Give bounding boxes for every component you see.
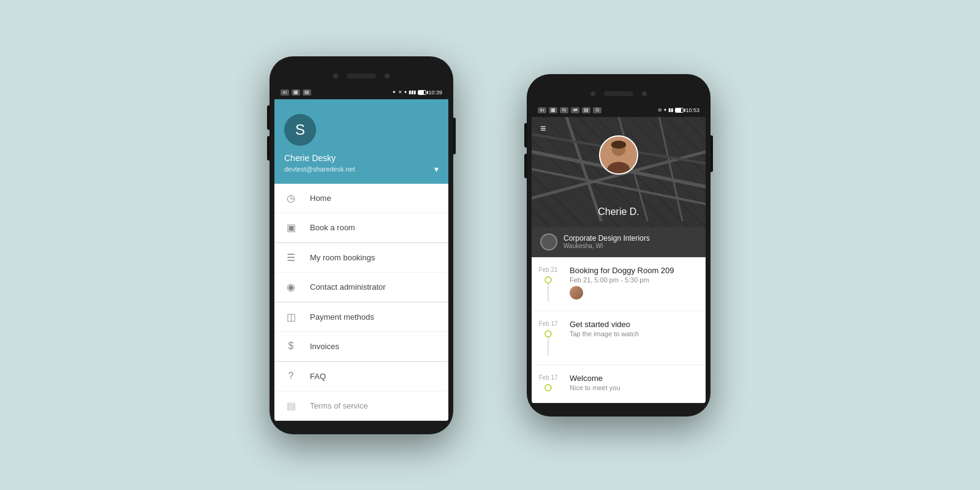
timeline-title-2: Welcome [570, 374, 697, 383]
timeline-line-1 [548, 337, 549, 356]
timeline-title-1: Get started video [570, 320, 697, 329]
timeline-sub-1: Tap the image to watch [570, 330, 697, 337]
timeline-date-0: Feb 21 [538, 266, 557, 274]
timeline-sub-2: Nice to meet you [570, 384, 697, 391]
camera-2 [590, 91, 595, 96]
timeline-item-2[interactable]: Feb 17 Welcome Nice to meet you [532, 365, 706, 403]
company-logo [540, 233, 557, 251]
payment-icon: ◫ [284, 311, 298, 323]
wifi-icon: ▾ [404, 89, 407, 95]
timeline-avatar-0 [570, 286, 583, 300]
user-avatar-1: S [284, 114, 316, 146]
contact-icon: ◉ [284, 281, 298, 293]
menu-label-my-bookings: My room bookings [310, 253, 375, 262]
timeline-dot-2 [545, 384, 552, 391]
battery-icon-2 [675, 108, 684, 113]
menu-item-faq[interactable]: ? FAQ [274, 362, 448, 391]
img-icon-2: ▦ [549, 107, 557, 113]
menu-label-terms: Terms of service [310, 401, 368, 410]
signal-x-icon: ✕ [398, 89, 402, 95]
bookings-icon: ☰ [284, 252, 298, 263]
status-icons-left-1: in ▦ ▤ [281, 89, 311, 96]
status-right-2: ⊖ ▾ ▮▮ 10:53 [658, 107, 699, 113]
sensor-1 [385, 74, 390, 78]
timeline-dot-line-1 [545, 330, 552, 356]
timeline: Feb 21 Booking for Doggy Room 209 Feb 21… [532, 257, 706, 403]
timeline-item-0[interactable]: Feb 21 Booking for Doggy Room 209 Feb 21… [532, 257, 706, 311]
menu-label-faq: FAQ [310, 372, 326, 381]
menu-item-my-bookings[interactable]: ☰ My room bookings [274, 243, 448, 273]
arrow-icon-2: ⇄ [571, 107, 579, 113]
hamburger-icon[interactable]: ≡ [540, 123, 546, 134]
status-icons-left-2: in ▦ N ⇄ ▤ ⊙ [538, 107, 601, 113]
faq-icon: ? [284, 371, 298, 382]
doc-icon: ▤ [303, 89, 311, 96]
phone-2: in ▦ N ⇄ ▤ ⊙ ⊖ ▾ ▮▮ 10:53 [527, 74, 710, 417]
status-time-2: 10:53 [685, 107, 699, 113]
chevron-down-icon[interactable]: ▾ [434, 164, 439, 174]
phone-top-bar-1 [274, 67, 448, 85]
timeline-left-1: Feb 17 [532, 320, 565, 356]
svg-line-2 [567, 117, 601, 221]
cam-icon: ⊙ [593, 107, 601, 113]
status-right-1: ✦ ✕ ▾ ▮▮▮ 10:39 [392, 89, 442, 96]
status-bar-2: in ▦ N ⇄ ▤ ⊙ ⊖ ▾ ▮▮ 10:53 [532, 104, 706, 117]
timeline-content-0: Booking for Doggy Room 209 Feb 21, 5:00 … [565, 266, 697, 302]
speaker-2 [604, 91, 633, 96]
book-room-icon: ▣ [284, 222, 298, 233]
image-icon: ▦ [292, 89, 300, 96]
menu-item-payment[interactable]: ◫ Payment methods [274, 303, 448, 332]
invoices-icon: $ [284, 341, 298, 352]
timeline-date-2: Feb 17 [538, 374, 557, 382]
timeline-title-0: Booking for Doggy Room 209 [570, 266, 697, 275]
timeline-content-2: Welcome Nice to meet you [565, 374, 697, 394]
menu-label-home: Home [310, 194, 331, 203]
menu-item-terms[interactable]: ▤ Terms of service [274, 391, 448, 421]
timeline-left-0: Feb 21 [532, 266, 565, 302]
timeline-dot-1 [545, 330, 552, 337]
status-bar-1: in ▦ ▤ ✦ ✕ ▾ ▮▮▮ 10:39 [274, 86, 448, 99]
svg-point-10 [611, 140, 626, 148]
profile-avatar-wrap [599, 135, 638, 175]
minus-icon: ⊖ [658, 107, 662, 113]
drawer-user-email: devtest@sharedesk.net [284, 165, 355, 173]
timeline-sub-0: Feb 21, 5:00 pm - 5:30 pm [570, 276, 697, 284]
battery-icon-1 [418, 90, 426, 95]
phone-screen-1: in ▦ ▤ ✦ ✕ ▾ ▮▮▮ 10:39 S Cherie Desky [274, 86, 448, 421]
signal-icon-2: ▮▮ [668, 107, 673, 113]
camera-1 [333, 74, 338, 78]
phone-screen-2: in ▦ N ⇄ ▤ ⊙ ⊖ ▾ ▮▮ 10:53 [532, 104, 706, 403]
menu-label-contact: Contact administrator [310, 282, 386, 292]
company-name: Corporate Design Interiors [564, 234, 697, 243]
terms-icon: ▤ [284, 400, 298, 412]
timeline-dot-0 [545, 276, 552, 284]
linkedin-icon: in [281, 89, 289, 96]
svg-line-5 [659, 117, 682, 221]
profile-avatar [599, 135, 638, 175]
menu-label-book-room: Book a room [310, 223, 355, 232]
wifi-icon-2: ▾ [664, 107, 666, 113]
menu-item-contact[interactable]: ◉ Contact administrator [274, 273, 448, 302]
menu-item-home[interactable]: ◷ Home [274, 184, 448, 213]
company-location: Waukesha, WI [564, 243, 697, 249]
timeline-dot-line-0 [545, 276, 552, 302]
timeline-line-0 [548, 284, 549, 302]
timeline-date-1: Feb 17 [538, 320, 557, 328]
menu-item-invoices[interactable]: $ Invoices [274, 332, 448, 361]
menu-item-book-room[interactable]: ▣ Book a room [274, 213, 448, 243]
profile-name: Cherie D. [532, 206, 706, 217]
bluetooth-icon: ✦ [392, 89, 396, 95]
profile-header: ≡ Cherie D. [532, 117, 706, 227]
drawer-header: S Cherie Desky devtest@sharedesk.net ▾ [274, 99, 448, 184]
timeline-content-1: Get started video Tap the image to watch [565, 320, 697, 356]
timeline-item-1[interactable]: Feb 17 Get started video Tap the image t… [532, 311, 706, 365]
home-icon: ◷ [284, 192, 298, 204]
drawer-user-name: Cherie Desky [284, 153, 439, 163]
phone-1: in ▦ ▤ ✦ ✕ ▾ ▮▮▮ 10:39 S Cherie Desky [270, 56, 453, 434]
status-time-1: 10:39 [428, 89, 442, 96]
li-icon-2: in [538, 107, 546, 113]
company-row[interactable]: Corporate Design Interiors Waukesha, WI [532, 227, 706, 257]
menu-label-invoices: Invoices [310, 342, 339, 351]
menu-label-payment: Payment methods [310, 312, 374, 322]
timeline-left-2: Feb 17 [532, 374, 565, 394]
